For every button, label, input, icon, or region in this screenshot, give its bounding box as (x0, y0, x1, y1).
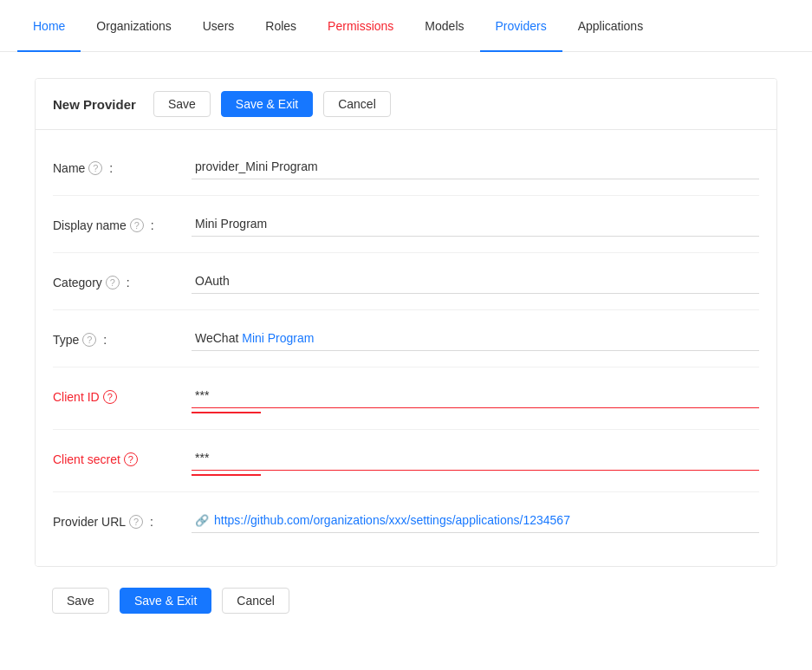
save-button-header[interactable]: Save (153, 91, 211, 117)
form-row-display-name: Display name ? : (53, 196, 759, 253)
nav-models[interactable]: Models (409, 0, 479, 52)
help-icon-client-id[interactable]: ? (103, 390, 117, 404)
main-content: New Provider Save Save & Exit Cancel Nam… (0, 52, 812, 648)
field-display-name (192, 211, 759, 237)
footer-buttons: Save Save & Exit Cancel (35, 567, 777, 622)
help-icon-provider-url[interactable]: ? (129, 515, 143, 529)
cancel-button-header[interactable]: Cancel (323, 91, 391, 117)
provider-url-value: https://github.com/organizations/xxx/set… (214, 513, 570, 527)
label-client-id: Client ID ? (53, 383, 192, 404)
form-row-type: Type ? : WeChat Mini Program (53, 310, 759, 368)
label-name: Name ? : (53, 154, 192, 175)
form-row-client-secret: Client secret ? (53, 430, 759, 492)
label-category: Category ? : (53, 269, 192, 289)
nav-roles[interactable]: Roles (250, 0, 312, 52)
input-name[interactable] (192, 154, 759, 179)
cancel-button-footer[interactable]: Cancel (222, 588, 289, 614)
input-client-id[interactable] (192, 383, 759, 408)
input-category[interactable] (192, 269, 759, 294)
help-icon-type[interactable]: ? (82, 333, 96, 347)
provider-card: New Provider Save Save & Exit Cancel Nam… (35, 78, 777, 567)
save-exit-button-footer[interactable]: Save & Exit (120, 588, 211, 614)
field-name (192, 154, 759, 179)
client-id-error-underline (192, 412, 261, 413)
form-row-category: Category ? : (53, 253, 759, 310)
field-client-id (192, 383, 759, 413)
nav-home[interactable]: Home (17, 0, 81, 52)
save-exit-button-header[interactable]: Save & Exit (221, 91, 313, 117)
help-icon-category[interactable]: ? (106, 276, 120, 289)
form-body: Name ? : Display name ? : (36, 130, 776, 566)
link-icon: 🔗 (195, 514, 209, 527)
field-category (192, 269, 759, 294)
label-client-secret: Client secret ? (53, 446, 192, 466)
url-field-wrapper: 🔗 https://github.com/organizations/xxx/s… (192, 508, 759, 533)
save-button-footer[interactable]: Save (52, 588, 109, 614)
card-header: New Provider Save Save & Exit Cancel (36, 79, 776, 130)
nav-providers[interactable]: Providers (480, 0, 562, 52)
input-client-secret[interactable] (192, 446, 759, 471)
nav-users[interactable]: Users (187, 0, 250, 52)
card-title: New Provider (53, 97, 136, 112)
form-row-provider-url: Provider URL ? : 🔗 https://github.com/or… (53, 492, 759, 549)
field-type: WeChat Mini Program (192, 326, 759, 351)
help-icon-display-name[interactable]: ? (130, 218, 144, 232)
form-row-client-id: Client ID ? (53, 368, 759, 430)
field-client-secret (192, 446, 759, 476)
navigation: Home Organizations Users Roles Permissio… (0, 0, 812, 52)
nav-permissions[interactable]: Permissions (312, 0, 409, 52)
help-icon-name[interactable]: ? (88, 161, 102, 175)
nav-organizations[interactable]: Organizations (81, 0, 186, 52)
type-value-mini: Mini Program (242, 331, 314, 345)
nav-applications[interactable]: Applications (562, 0, 659, 52)
input-display-name[interactable] (192, 211, 759, 237)
label-type: Type ? : (53, 326, 192, 347)
type-value-wechat: WeChat (195, 331, 242, 345)
label-display-name: Display name ? : (53, 211, 192, 232)
client-secret-error-underline (192, 474, 261, 476)
field-provider-url: 🔗 https://github.com/organizations/xxx/s… (192, 508, 759, 533)
form-row-name: Name ? : (53, 139, 759, 196)
label-provider-url: Provider URL ? : (53, 508, 192, 529)
help-icon-client-secret[interactable]: ? (124, 452, 138, 466)
